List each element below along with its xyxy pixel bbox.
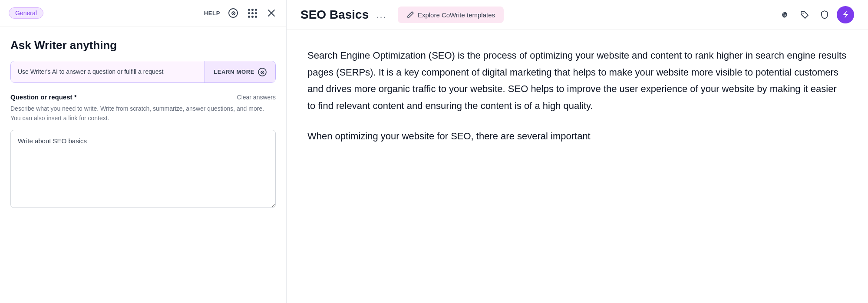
learn-more-icon: ⊗ [258, 68, 267, 76]
clear-answers-button[interactable]: Clear answers [237, 94, 276, 101]
close-icon [267, 9, 275, 17]
learn-more-button[interactable]: LEARN MORE ⊗ [205, 61, 275, 82]
left-content: Ask Writer anything Use Writer's AI to a… [0, 26, 286, 303]
learn-more-label: LEARN MORE [214, 69, 254, 75]
info-box: Use Writer's AI to answer a question or … [10, 61, 276, 83]
right-icons [777, 6, 854, 23]
tag-icon-btn[interactable] [797, 7, 812, 23]
svg-point-6 [802, 13, 803, 13]
general-badge[interactable]: General [9, 7, 43, 19]
grid-icon [248, 9, 257, 18]
right-content: Search Engine Optimization (SEO) is the … [287, 30, 868, 303]
help-label: HELP [204, 10, 220, 16]
svg-text:⊗: ⊗ [231, 10, 236, 16]
doc-paragraph-2: When optimizing your website for SEO, th… [307, 128, 847, 145]
help-icon-btn[interactable]: ⊗ [227, 7, 239, 19]
close-icon-btn[interactable] [265, 7, 277, 19]
question-desc: Describe what you need to write. Write f… [10, 104, 276, 123]
tag-icon [800, 10, 809, 20]
question-textarea[interactable] [10, 130, 276, 208]
ask-title: Ask Writer anything [10, 39, 276, 52]
bolt-icon [841, 10, 850, 19]
bolt-icon-btn[interactable] [837, 6, 854, 23]
question-label: Question or request * [10, 93, 77, 101]
circle-question-icon: ⊗ [228, 8, 238, 18]
explore-label: Explore CoWrite templates [418, 11, 495, 19]
shield-icon [820, 10, 829, 20]
link-icon-btn[interactable] [777, 7, 792, 23]
doc-title: SEO Basics [300, 8, 369, 22]
grid-icon-btn[interactable] [246, 7, 258, 19]
right-header: SEO Basics ... Explore CoWrite templates [287, 0, 868, 30]
left-panel: General HELP ⊗ [0, 0, 287, 303]
right-panel: SEO Basics ... Explore CoWrite templates [287, 0, 868, 303]
question-header: Question or request * Clear answers [10, 93, 276, 101]
doc-paragraph-1: Search Engine Optimization (SEO) is the … [307, 47, 847, 114]
shield-icon-btn[interactable] [817, 7, 832, 23]
header-right: HELP ⊗ [204, 7, 277, 19]
link-icon [780, 10, 789, 20]
info-box-text: Use Writer's AI to answer a question or … [11, 61, 205, 82]
left-header: General HELP ⊗ [0, 0, 286, 26]
pencil-icon [406, 11, 414, 19]
svg-text:⊗: ⊗ [260, 69, 265, 76]
more-options-button[interactable]: ... [374, 9, 389, 21]
explore-cowrite-button[interactable]: Explore CoWrite templates [398, 7, 504, 23]
